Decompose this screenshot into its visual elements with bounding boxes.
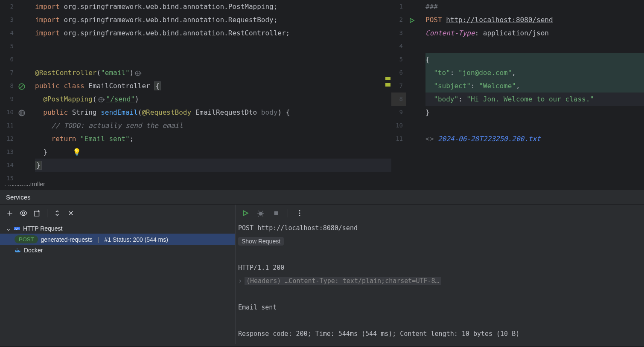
line-number: 10 <box>0 106 17 119</box>
line-number: 3 <box>0 13 17 26</box>
line-number: 6 <box>0 53 17 66</box>
services-tree: ⌄ API HTTP Request POST generated-reques… <box>0 222 235 257</box>
svg-line-1 <box>20 85 24 89</box>
svg-point-18 <box>299 215 300 216</box>
show-request-button[interactable]: Show Request <box>238 237 284 246</box>
svg-rect-10 <box>15 250 16 251</box>
stop-icon[interactable] <box>272 209 280 217</box>
docker-icon <box>15 247 21 254</box>
add-icon[interactable] <box>6 209 14 217</box>
http-request-content[interactable]: ### POST http://localhost:8080/send Cont… <box>419 0 644 145</box>
block-icon <box>18 82 26 90</box>
response-content[interactable]: POST http://localhost:8080/send Show Req… <box>236 222 644 341</box>
scroll-marker[interactable] <box>385 83 390 87</box>
line-number: 15 <box>0 172 17 185</box>
svg-rect-11 <box>17 250 17 251</box>
bulb-icon[interactable]: 💡 <box>73 145 81 159</box>
eye-icon[interactable] <box>20 209 27 217</box>
line-number: 8 <box>0 79 17 93</box>
close-icon[interactable] <box>67 209 75 217</box>
line-number: 9 <box>0 93 17 106</box>
response-toolbar <box>236 205 644 222</box>
expand-icon[interactable] <box>53 209 61 217</box>
chevron-down-icon: ⌄ <box>6 225 11 232</box>
line-number: 14 <box>0 159 17 172</box>
scroll-marker[interactable] <box>385 77 390 80</box>
line-number: 2 <box>0 0 17 13</box>
more-icon[interactable] <box>296 209 303 217</box>
svg-point-16 <box>299 210 300 211</box>
run-icon[interactable] <box>408 15 415 29</box>
gutter-left: 2 3 4 5 6 7 8 9 10 11 12 13 14 15 <box>0 0 30 185</box>
svg-rect-12 <box>18 250 19 251</box>
svg-rect-15 <box>274 211 278 215</box>
globe-dropdown-icon[interactable] <box>97 95 106 103</box>
globe-dropdown-icon[interactable] <box>134 69 143 77</box>
svg-text:API: API <box>15 227 19 230</box>
svg-point-17 <box>299 213 300 214</box>
editor-right[interactable]: 1 2 3 4 5 6 7 8 9 10 11 ### POST http://… <box>391 0 644 178</box>
bug-icon[interactable] <box>257 209 265 217</box>
run-icon[interactable] <box>242 209 249 217</box>
line-number: 12 <box>0 132 17 145</box>
line-number: 4 <box>0 26 17 40</box>
svg-rect-13 <box>17 249 17 249</box>
line-number: 5 <box>0 40 17 53</box>
line-number: 7 <box>0 66 17 79</box>
tree-item-docker[interactable]: Docker <box>0 245 235 255</box>
svg-point-6 <box>22 212 25 214</box>
gutter-right: 1 2 3 4 5 6 7 8 9 10 11 <box>391 0 419 145</box>
tree-item-http-request[interactable]: ⌄ API HTTP Request <box>0 223 235 234</box>
api-icon: API <box>14 225 20 232</box>
services-toolbar <box>0 205 235 222</box>
fold-icon[interactable]: › <box>238 277 242 285</box>
web-icon <box>18 108 26 116</box>
method-badge: POST <box>15 235 38 243</box>
services-panel: Services ⌄ API HTTP Request POST generat <box>0 190 644 346</box>
code-content[interactable]: import org.springframework.web.bind.anno… <box>30 0 391 185</box>
line-number: 11 <box>0 119 17 132</box>
editor-left[interactable]: 2 3 4 5 6 7 8 9 10 11 12 13 14 15 <box>0 0 391 178</box>
panel-title: Services <box>0 190 644 205</box>
new-window-icon[interactable] <box>33 209 41 217</box>
tree-item-request[interactable]: POST generated-requests | #1 Status: 200… <box>0 234 235 245</box>
svg-point-14 <box>259 212 263 216</box>
line-number: 13 <box>0 145 17 159</box>
